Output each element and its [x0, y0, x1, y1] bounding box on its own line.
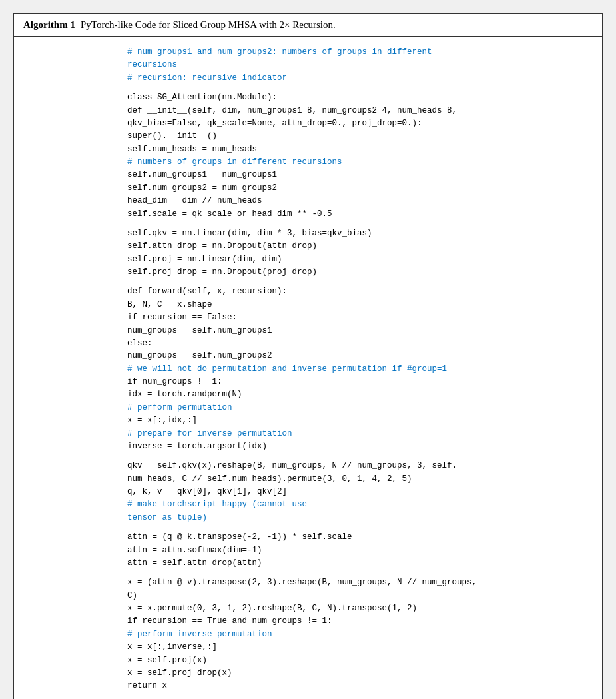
code-line: C)	[127, 590, 593, 602]
code-line: x = x[:,inverse,:]	[127, 641, 593, 654]
algorithm-header: Algorithm 1 PyTorch-like Code for Sliced…	[14, 14, 602, 37]
code-line: head_dim = dim // num_heads	[127, 195, 593, 207]
code-line: num_heads, C // self.num_heads).permute(…	[127, 473, 593, 486]
code-spacer	[127, 453, 593, 460]
code-line: # prepare for inverse permutation	[127, 428, 593, 440]
code-line: attn = attn.softmax(dim=-1)	[127, 544, 593, 557]
code-line: self.num_groups2 = num_groups2	[127, 182, 593, 195]
code-line: q, k, v = qkv[0], qkv[1], qkv[2]	[127, 486, 593, 498]
code-line: num_groups = self.num_groups1	[127, 325, 593, 337]
code-line: x = x.permute(0, 3, 1, 2).reshape(B, C, …	[127, 602, 593, 615]
code-line: qkv_bias=False, qk_scale=None, attn_drop…	[127, 117, 593, 130]
code-line: self.proj = nn.Linear(dim, dim)	[127, 253, 593, 266]
code-line: tensor as tuple)	[127, 512, 593, 524]
algorithm-container: Algorithm 1 PyTorch-like Code for Sliced…	[13, 13, 603, 699]
code-line: x = self.proj_drop(x)	[127, 667, 593, 680]
code-spacer	[127, 570, 593, 576]
code-line: # num_groups1 and num_groups2: numbers o…	[127, 46, 593, 59]
code-line: if recursion == True and num_groups != 1…	[127, 615, 593, 628]
code-line: else:	[127, 337, 593, 350]
code-line: def __init__(self, dim, num_groups1=8, n…	[127, 105, 593, 117]
code-line: qkv = self.qkv(x).reshape(B, num_groups,…	[127, 460, 593, 472]
code-line: # perform inverse permutation	[127, 628, 593, 641]
algorithm-body: # num_groups1 and num_groups2: numbers o…	[14, 37, 602, 699]
code-spacer	[127, 524, 593, 531]
code-line: def forward(self, x, recursion):	[127, 285, 593, 298]
algorithm-label: Algorithm 1	[23, 19, 75, 31]
code-spacer	[127, 221, 593, 227]
code-line: return x	[127, 680, 593, 692]
code-line: B, N, C = x.shape	[127, 299, 593, 311]
code-line: self.attn_drop = nn.Dropout(attn_drop)	[127, 240, 593, 253]
code-line: self.scale = qk_scale or head_dim ** -0.…	[127, 208, 593, 221]
code-line: self.num_groups1 = num_groups1	[127, 169, 593, 181]
code-line: self.proj_drop = nn.Dropout(proj_drop)	[127, 266, 593, 279]
code-line: x = (attn @ v).transpose(2, 3).reshape(B…	[127, 576, 593, 589]
code-line: super().__init__()	[127, 130, 593, 143]
code-line: num_groups = self.num_groups2	[127, 350, 593, 362]
code-line: attn = (q @ k.transpose(-2, -1)) * self.…	[127, 531, 593, 544]
code-line: self.qkv = nn.Linear(dim, dim * 3, bias=…	[127, 227, 593, 240]
code-line: ...	[127, 693, 593, 699]
algorithm-title: PyTorch-like Code for Sliced Group MHSA …	[81, 19, 336, 31]
code-line: inverse = torch.argsort(idx)	[127, 440, 593, 453]
code-line: # recursion: recursive indicator	[127, 72, 593, 85]
code-line: class SG_Attention(nn.Module):	[127, 91, 593, 104]
code-line: attn = self.attn_drop(attn)	[127, 557, 593, 570]
code-spacer	[127, 85, 593, 91]
code-line: x = x[:,idx,:]	[127, 414, 593, 427]
code-line: x = self.proj(x)	[127, 654, 593, 667]
code-line: # make torchscript happy (cannot use	[127, 498, 593, 511]
code-line: self.num_heads = num_heads	[127, 143, 593, 156]
code-line: idx = torch.randperm(N)	[127, 388, 593, 401]
code-line: if num_groups != 1:	[127, 376, 593, 388]
code-line: # numbers of groups in different recursi…	[127, 156, 593, 169]
code-spacer	[127, 279, 593, 285]
code-line: # perform permutation	[127, 402, 593, 414]
code-line: recursions	[127, 59, 593, 71]
code-line: # we will not do permutation and inverse…	[127, 363, 593, 376]
code-line: if recursion == False:	[127, 311, 593, 324]
